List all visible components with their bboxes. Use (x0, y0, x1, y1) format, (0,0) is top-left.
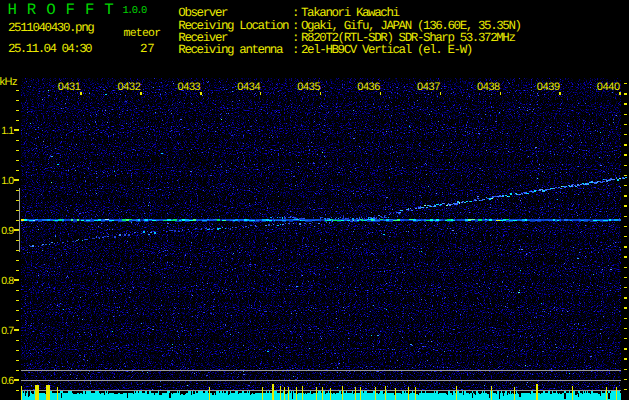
svg-text:0.7: 0.7 (1, 325, 14, 337)
svg-text:0438: 0438 (477, 81, 500, 93)
svg-text:0.6: 0.6 (1, 375, 14, 387)
svg-text:meteor: meteor (124, 27, 161, 40)
svg-text:0436: 0436 (357, 81, 380, 93)
svg-text:2el-HB9CV Vertical (el. E-W): 2el-HB9CV Vertical (el. E-W) (301, 43, 472, 57)
svg-text:Receiving antenna: Receiving antenna (178, 43, 284, 57)
svg-text:0437: 0437 (417, 81, 440, 93)
svg-text:H R O F F T: H R O F F T (8, 1, 114, 19)
svg-text:kHz: kHz (0, 76, 17, 88)
svg-text:1.0.0: 1.0.0 (123, 5, 147, 17)
svg-text:1.0: 1.0 (1, 175, 14, 187)
svg-text:0434: 0434 (237, 81, 260, 93)
svg-text:1.1: 1.1 (1, 125, 14, 137)
svg-text:27: 27 (140, 42, 155, 56)
svg-text:0439: 0439 (537, 81, 560, 93)
svg-text:0431: 0431 (58, 81, 81, 93)
svg-text:0.8: 0.8 (1, 275, 14, 287)
svg-text::: : (292, 43, 300, 57)
svg-text:0432: 0432 (118, 81, 141, 93)
svg-text:0440: 0440 (597, 81, 620, 93)
svg-text:0433: 0433 (177, 81, 200, 93)
svg-text:25.11.04 04:30: 25.11.04 04:30 (8, 42, 92, 56)
svg-text:0.9: 0.9 (1, 225, 14, 237)
svg-text:0435: 0435 (297, 81, 320, 93)
svg-text:2511040430.png: 2511040430.png (8, 21, 94, 35)
